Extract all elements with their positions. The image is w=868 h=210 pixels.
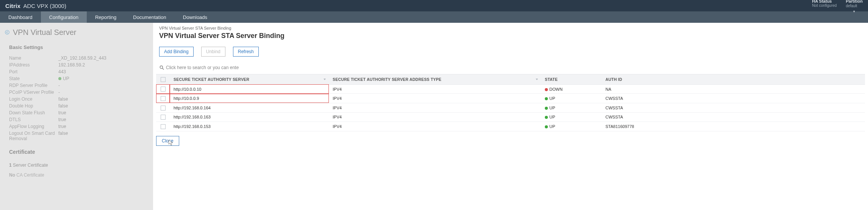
kv-value: true — [58, 117, 66, 122]
ha-status: HA Status Not configured — [812, 0, 837, 8]
tab-downloads[interactable]: Downloads — [175, 11, 216, 23]
cell-state: UP — [541, 122, 602, 131]
kv-row: DTLStrue — [0, 116, 153, 123]
partition-selector[interactable]: Partition default ▾ — [846, 0, 863, 13]
kv-row: IPAddress192.168.59.2 — [0, 62, 153, 68]
kv-value: true — [58, 124, 66, 129]
svg-point-0 — [5, 30, 9, 35]
kv-value: 192.168.59.2 — [58, 62, 85, 68]
kv-row: Name_XD_192.168.59.2_443 — [0, 55, 153, 62]
top-bar: Citrix ADC VPX (3000) HA Status Not conf… — [0, 0, 868, 11]
checkbox-icon[interactable] — [161, 115, 166, 120]
row-select-cell[interactable] — [156, 84, 170, 94]
cell-address-type: IPV4 — [329, 94, 541, 103]
kv-value: false — [58, 131, 68, 141]
page-title-text: VPN Virtual Server — [13, 28, 76, 37]
kv-key: Name — [9, 55, 58, 61]
refresh-button[interactable]: Refresh — [233, 47, 259, 57]
cell-address-type: IPV4 — [329, 84, 541, 94]
kv-key: State — [9, 76, 58, 81]
kv-key: Login Once — [9, 96, 58, 102]
kv-key: PCoIP VServer Profile — [9, 90, 58, 95]
col-auth-id[interactable]: Auth ID — [602, 74, 865, 85]
breadcrumb: VPN Virtual Server STA Server Binding — [153, 23, 868, 31]
partition-label: Partition — [846, 0, 863, 3]
checkbox-icon[interactable] — [161, 124, 166, 129]
left-config-panel: VPN Virtual Server Basic Settings Name_X… — [0, 23, 153, 210]
chevron-down-icon: ▾ — [853, 9, 855, 13]
product-brand: Citrix ADC VPX (3000) — [5, 3, 66, 9]
tab-configuration[interactable]: Configuration — [41, 11, 87, 23]
row-select-cell[interactable] — [156, 94, 170, 103]
cell-state: DOWN — [541, 84, 602, 94]
kv-value: false — [58, 96, 68, 102]
kv-value: _XD_192.168.59.2_443 — [58, 55, 106, 61]
cell-auth-id: CWSSTA — [602, 103, 865, 112]
row-select-cell[interactable] — [156, 112, 170, 122]
panel-title: VPN Virtual Server STA Server Binding — [153, 31, 868, 47]
table-row[interactable]: http://192.168.0.163IPV4UPCWSSTA — [156, 112, 865, 122]
cell-auth-id: NA — [602, 84, 865, 94]
kv-value: true — [58, 110, 66, 115]
server-certificate-link[interactable]: 1 Server Certificate — [0, 160, 153, 170]
cell-auth-id: STA811609778 — [602, 122, 865, 131]
kv-value: 443 — [58, 69, 66, 74]
back-icon[interactable] — [5, 28, 10, 37]
cell-server: http://10.0.0.9 — [170, 94, 329, 103]
kv-value: - — [58, 83, 60, 88]
checkbox-icon[interactable] — [161, 77, 166, 82]
cell-address-type: IPV4 — [329, 122, 541, 131]
partition-value: default — [846, 4, 857, 8]
tab-dashboard[interactable]: Dashboard — [0, 11, 41, 23]
checkbox-icon[interactable] — [161, 96, 166, 101]
row-select-cell[interactable] — [156, 103, 170, 112]
ha-status-value: Not configured — [812, 3, 837, 8]
ca-certificate-link[interactable]: No CA Certificate — [0, 170, 153, 180]
checkbox-icon[interactable] — [161, 106, 166, 111]
kv-row: RDP Server Profile- — [0, 82, 153, 89]
status-up-icon — [58, 77, 61, 80]
close-button[interactable]: Close — [156, 136, 179, 146]
status-up-icon — [545, 125, 548, 128]
table-row[interactable]: http://192.168.0.153IPV4UPSTA811609778 — [156, 122, 865, 131]
col-address-type[interactable]: Secure Ticket Authority Server Address T… — [329, 74, 541, 85]
search-input[interactable] — [166, 63, 272, 72]
status-up-icon — [545, 97, 548, 100]
add-binding-button[interactable]: Add Binding — [159, 47, 194, 57]
kv-key: Down State Flush — [9, 110, 58, 115]
kv-key: Double Hop — [9, 103, 58, 109]
tab-documentation[interactable]: Documentation — [125, 11, 174, 23]
topbar-right: HA Status Not configured Partition defau… — [812, 0, 863, 13]
table-row[interactable]: http://192.168.0.164IPV4UPCWSSTA — [156, 103, 865, 112]
status-up-icon — [545, 107, 548, 110]
cell-state: UP — [541, 103, 602, 112]
search-icon — [158, 65, 166, 70]
select-all-header[interactable] — [156, 74, 170, 85]
kv-row: Logout On Smart Card Removalfalse — [0, 130, 153, 142]
table-row[interactable]: http://10.0.0.9IPV4UPCWSSTA — [156, 94, 865, 103]
cell-address-type: IPV4 — [329, 103, 541, 112]
search-row — [153, 63, 868, 74]
table-row[interactable]: http://10.0.0.10IPV4DOWNNA — [156, 84, 865, 94]
kv-key: Logout On Smart Card Removal — [9, 131, 58, 141]
kv-row: PCoIP VServer Profile- — [0, 89, 153, 96]
row-select-cell[interactable] — [156, 122, 170, 131]
brand-rest: ADC VPX (3000) — [22, 3, 66, 9]
page-title: VPN Virtual Server — [0, 23, 153, 41]
tab-reporting[interactable]: Reporting — [87, 11, 125, 23]
kv-row: AppFlow Loggingtrue — [0, 123, 153, 130]
ha-status-label: HA Status — [812, 0, 832, 3]
kv-key: RDP Server Profile — [9, 83, 58, 88]
checkbox-icon[interactable] — [161, 87, 166, 92]
cell-address-type: IPV4 — [329, 112, 541, 122]
kv-row: Down State Flushtrue — [0, 109, 153, 116]
cell-state: UP — [541, 94, 602, 103]
close-row: Close — [153, 131, 868, 150]
kv-row: Login Oncefalse — [0, 96, 153, 103]
col-state[interactable]: State — [541, 74, 602, 85]
kv-key: IPAddress — [9, 62, 58, 68]
status-down-icon — [545, 88, 548, 91]
cell-server: http://192.168.0.163 — [170, 112, 329, 122]
basic-settings-heading: Basic Settings — [0, 41, 153, 55]
col-server[interactable]: Secure Ticket Authority Server — [170, 74, 329, 85]
